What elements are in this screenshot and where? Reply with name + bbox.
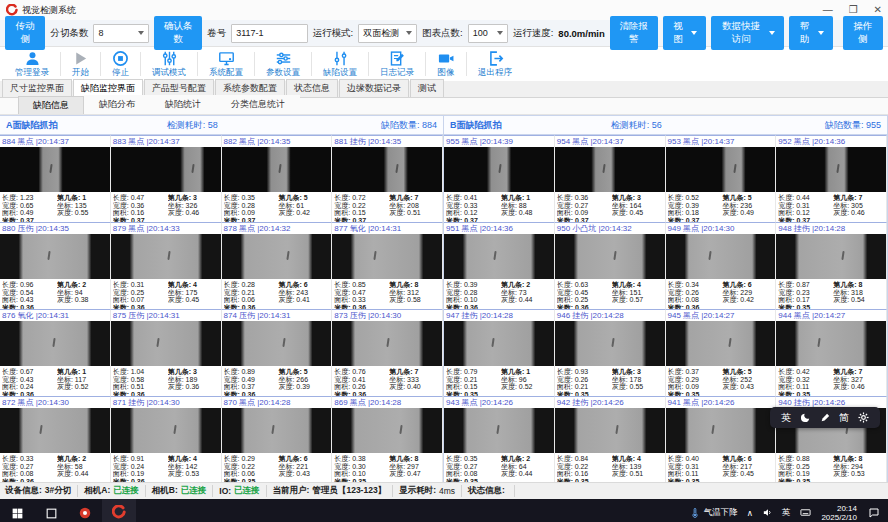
defect-cell[interactable]: 873 压伤 |20:14:30长度: 0.76宽度: 0.41面积: 0.26… bbox=[332, 309, 443, 396]
subtab-缺陷信息[interactable]: 缺陷信息 bbox=[18, 96, 84, 114]
defect-cell[interactable]: 869 黑点 |20:14:28长度: 0.38宽度: 0.30面积: 0.10… bbox=[332, 396, 443, 482]
defect-cell[interactable]: 942 挂伤 |20:14:26长度: 0.84宽度: 0.22面积: 0.16… bbox=[555, 396, 666, 482]
defect-image[interactable] bbox=[666, 321, 776, 366]
tab-尺寸监控界面[interactable]: 尺寸监控界面 bbox=[2, 79, 72, 97]
defect-cell[interactable]: 945 黑点 |20:14:27长度: 0.37宽度: 0.29面积: 0.09… bbox=[666, 309, 777, 396]
defect-cell[interactable]: 941 黑点 |20:14:26长度: 0.40宽度: 0.31面积: 0.11… bbox=[666, 396, 777, 482]
toolbar-button-params[interactable]: 参数设置 bbox=[255, 50, 311, 79]
defect-image[interactable] bbox=[444, 147, 554, 192]
gear-icon[interactable] bbox=[858, 412, 869, 423]
subtab-缺陷分布[interactable]: 缺陷分布 bbox=[84, 95, 150, 114]
defect-cell[interactable]: 877 氧化 |20:14:31长度: 0.85宽度: 0.47面积: 0.33… bbox=[332, 222, 443, 309]
defect-image[interactable] bbox=[111, 321, 221, 366]
defect-image[interactable] bbox=[222, 234, 332, 279]
clear-alarm-button[interactable]: 清除报警 bbox=[610, 16, 658, 50]
defect-cell[interactable]: 950 小凸坑 |20:14:32长度: 0.63宽度: 0.45面积: 0.2… bbox=[555, 222, 666, 309]
pen-icon[interactable] bbox=[820, 413, 830, 423]
defect-cell[interactable]: 882 黑点 |20:14:35长度: 0.35宽度: 0.28面积: 0.09… bbox=[222, 135, 333, 222]
operate-side-button[interactable]: 操作侧 bbox=[843, 16, 883, 50]
defect-image[interactable] bbox=[776, 234, 886, 279]
defect-cell[interactable]: 870 黑点 |20:14:28长度: 0.29宽度: 0.22面积: 0.06… bbox=[222, 396, 333, 482]
toolbar-button-stop[interactable]: 停止 bbox=[101, 50, 140, 79]
tab-边缘数据记录[interactable]: 边缘数据记录 bbox=[339, 79, 409, 97]
defect-cell[interactable]: 943 黑点 |20:14:26长度: 0.35宽度: 0.27面积: 0.08… bbox=[444, 396, 555, 482]
touch-keyboard-icon[interactable] bbox=[799, 507, 812, 520]
defect-image[interactable] bbox=[776, 321, 886, 366]
defect-image[interactable] bbox=[444, 408, 554, 453]
defect-cell[interactable]: 947 挂伤 |20:14:28长度: 0.79宽度: 0.21面积: 0.15… bbox=[444, 309, 555, 396]
defect-cell[interactable]: 879 黑点 |20:14:33长度: 0.31宽度: 0.25面积: 0.07… bbox=[111, 222, 222, 309]
subtab-缺陷统计[interactable]: 缺陷统计 bbox=[150, 95, 216, 114]
toolbar-button-camera[interactable]: 图像 bbox=[426, 50, 466, 79]
ime-toolbar[interactable]: 英 简 bbox=[770, 407, 880, 428]
defect-image[interactable] bbox=[776, 147, 886, 192]
toolbar-button-log[interactable]: 日志记录 bbox=[369, 50, 425, 79]
defect-image[interactable] bbox=[444, 234, 554, 279]
defect-image[interactable] bbox=[222, 147, 332, 192]
help-menu-button[interactable]: 帮助 bbox=[789, 16, 832, 50]
view-menu-button[interactable]: 视图 bbox=[663, 16, 706, 50]
toolbar-button-exit[interactable]: 退出程序 bbox=[467, 50, 523, 79]
defect-cell[interactable]: 878 黑点 |20:14:32长度: 0.28宽度: 0.21面积: 0.06… bbox=[222, 222, 333, 309]
toolbar-button-monitor[interactable]: 系统配置 bbox=[198, 50, 254, 79]
tray-expand-chevron[interactable]: ∧ bbox=[747, 508, 753, 518]
toolbar-button-defects[interactable]: 缺陷设置 bbox=[312, 50, 368, 79]
defect-image[interactable] bbox=[0, 234, 110, 279]
defect-image[interactable] bbox=[666, 234, 776, 279]
defect-cell[interactable]: 946 挂伤 |20:14:28长度: 0.93宽度: 0.26面积: 0.21… bbox=[555, 309, 666, 396]
defect-image[interactable] bbox=[555, 147, 665, 192]
defect-cell[interactable]: 954 黑点 |20:14:37长度: 0.36宽度: 0.27面积: 0.09… bbox=[555, 135, 666, 222]
defect-cell[interactable]: 951 黑点 |20:14:36长度: 0.39宽度: 0.28面积: 0.10… bbox=[444, 222, 555, 309]
subtab-分类信息统计[interactable]: 分类信息统计 bbox=[216, 95, 300, 114]
speaker-icon[interactable] bbox=[762, 507, 773, 520]
defect-image[interactable] bbox=[0, 321, 110, 366]
defect-image[interactable] bbox=[444, 321, 554, 366]
data-quick-access-menu-button[interactable]: 数据快捷访问 bbox=[711, 16, 784, 50]
defect-cell[interactable]: 883 黑点 |20:14:37长度: 0.47宽度: 0.36面积: 0.16… bbox=[111, 135, 222, 222]
defect-image[interactable] bbox=[111, 147, 221, 192]
toolbar-button-tune[interactable]: 调试模式 bbox=[141, 50, 197, 79]
moon-icon[interactable] bbox=[800, 412, 811, 423]
slit-count-select[interactable]: 8 bbox=[93, 24, 149, 43]
toolbar-button-user[interactable]: 管理登录 bbox=[4, 50, 60, 79]
defect-image[interactable] bbox=[111, 408, 221, 453]
taskbar-app-icon-inspection[interactable] bbox=[102, 499, 136, 522]
defect-image[interactable] bbox=[555, 321, 665, 366]
toolbar-button-play[interactable]: 开始 bbox=[61, 50, 100, 79]
defect-cell[interactable]: 948 挂伤 |20:14:28长度: 0.87宽度: 0.23面积: 0.17… bbox=[776, 222, 887, 309]
defect-image[interactable] bbox=[555, 234, 665, 279]
input-language-indicator[interactable]: 英 bbox=[782, 507, 791, 519]
roll-number-input[interactable]: 3117-1 bbox=[231, 24, 307, 43]
defect-cell[interactable]: 953 黑点 |20:14:37长度: 0.52宽度: 0.39面积: 0.18… bbox=[666, 135, 777, 222]
tab-测试[interactable]: 测试 bbox=[410, 79, 444, 97]
defect-cell[interactable]: 875 压伤 |20:14:31长度: 1.04宽度: 0.58面积: 0.51… bbox=[111, 309, 222, 396]
defect-cell[interactable]: 944 黑点 |20:14:27长度: 0.42宽度: 0.32面积: 0.11… bbox=[776, 309, 887, 396]
defect-image[interactable] bbox=[111, 234, 221, 279]
defect-image[interactable] bbox=[332, 408, 442, 453]
close-button[interactable]: ✕ bbox=[874, 5, 882, 15]
defect-image[interactable] bbox=[0, 147, 110, 192]
defect-cell[interactable]: 952 黑点 |20:14:36长度: 0.44宽度: 0.31面积: 0.12… bbox=[776, 135, 887, 222]
defect-cell[interactable]: 949 黑点 |20:14:30长度: 0.34宽度: 0.26面积: 0.08… bbox=[666, 222, 777, 309]
defect-image[interactable] bbox=[222, 408, 332, 453]
ime-language-toggle[interactable]: 英 bbox=[781, 411, 791, 425]
defect-cell[interactable]: 881 挂伤 |20:14:35长度: 0.72宽度: 0.22面积: 0.15… bbox=[332, 135, 443, 222]
defect-cell[interactable]: 872 黑点 |20:14:30长度: 0.33宽度: 0.27面积: 0.08… bbox=[0, 396, 111, 482]
defect-image[interactable] bbox=[332, 147, 442, 192]
notification-center-icon[interactable] bbox=[866, 505, 882, 521]
maximize-button[interactable]: ❐ bbox=[849, 5, 858, 15]
defect-image[interactable] bbox=[332, 321, 442, 366]
defect-image[interactable] bbox=[555, 408, 665, 453]
defect-cell[interactable]: 876 氧化 |20:14:31长度: 0.67宽度: 0.43面积: 0.24… bbox=[0, 309, 111, 396]
task-view-button[interactable] bbox=[34, 499, 68, 522]
defect-cell[interactable]: 874 压伤 |20:14:31长度: 0.89宽度: 0.49面积: 0.37… bbox=[222, 309, 333, 396]
defect-cell[interactable]: 871 挂伤 |20:14:30长度: 0.91宽度: 0.24面积: 0.19… bbox=[111, 396, 222, 482]
weather-widget[interactable]: 气温下降 bbox=[690, 507, 738, 519]
start-button[interactable] bbox=[0, 499, 34, 522]
defect-cell[interactable]: 880 压伤 |20:14:35长度: 0.96宽度: 0.54面积: 0.43… bbox=[0, 222, 111, 309]
defect-cell[interactable]: 884 黑点 |20:14:37长度: 1.23宽度: 0.65面积: 0.49… bbox=[0, 135, 111, 222]
confirm-count-button[interactable]: 确认条数 bbox=[154, 16, 202, 50]
ime-simplified-toggle[interactable]: 简 bbox=[839, 411, 849, 425]
chart-points-select[interactable]: 100 bbox=[468, 24, 508, 43]
drive-side-button[interactable]: 传动侧 bbox=[5, 16, 45, 50]
